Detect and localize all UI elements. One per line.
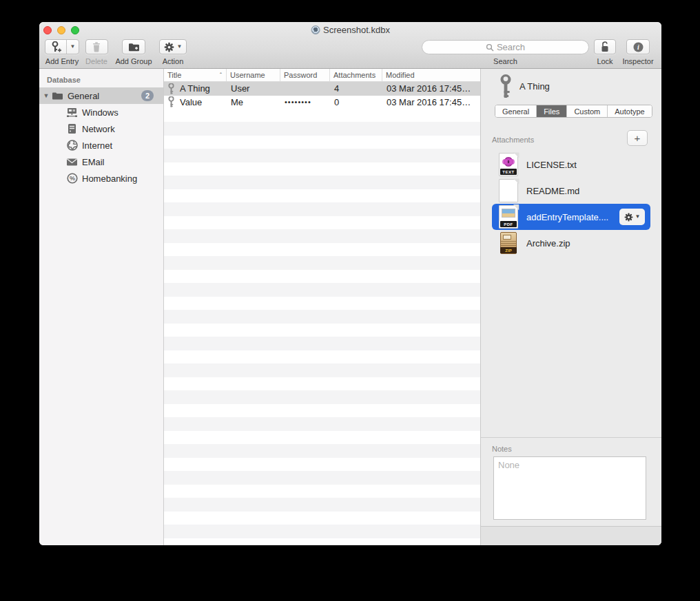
email-icon	[66, 156, 78, 168]
sidebar-item-label: General	[68, 91, 99, 101]
toolbar: Screenshot.kdbx ▼ Add Entry	[39, 22, 661, 69]
delete-group: Delete	[83, 39, 110, 65]
attachment-action-button[interactable]: ▼	[619, 209, 645, 225]
add-entry-dropdown[interactable]: ▼	[66, 40, 79, 54]
table-empty-area[interactable]	[164, 109, 480, 545]
generic-file-icon	[499, 179, 518, 202]
attachment-name: addEntryTemplate....	[526, 212, 608, 222]
pdf-file-icon: PDF	[499, 205, 518, 229]
sidebar-item-internet[interactable]: Internet	[39, 137, 163, 154]
sidebar-item-label: Windows	[82, 107, 119, 118]
add-entry-button[interactable]: ▼	[45, 39, 80, 54]
sidebar-item-network[interactable]: Network	[39, 120, 163, 137]
sidebar-section-header: Database	[47, 76, 163, 84]
lock-button[interactable]	[594, 39, 616, 54]
entry-count-badge: 2	[141, 90, 154, 101]
delete-button[interactable]	[85, 39, 108, 54]
column-header-attachments[interactable]: Attachments	[330, 69, 382, 81]
table-header: Title ˆ Username Password Attachments Mo…	[164, 69, 480, 82]
attachment-row[interactable]: TEXT LICENSE.txt	[481, 151, 661, 178]
tab-autotype[interactable]: Autotype	[608, 105, 651, 117]
attachment-list: TEXT LICENSE.txt README.md PDF addEntry	[481, 151, 661, 256]
sidebar-item-label: Network	[82, 124, 115, 134]
sidebar-item-label: Homebanking	[82, 173, 137, 184]
attachment-row-selected[interactable]: PDF addEntryTemplate....	[492, 204, 650, 230]
sidebar-item-general[interactable]: ▼ General 2	[39, 87, 163, 104]
attachments-label: Attachments	[492, 136, 534, 144]
homebanking-icon: %	[66, 173, 78, 184]
lock-label: Lock	[597, 57, 612, 65]
column-header-password[interactable]: Password	[280, 69, 330, 81]
column-header-modified[interactable]: Modified	[382, 69, 480, 81]
search-label: Search	[493, 57, 517, 65]
folder-icon	[52, 90, 63, 102]
tab-custom[interactable]: Custom	[567, 105, 608, 117]
window-title-block: Screenshot.kdbx	[311, 25, 390, 35]
trash-icon	[92, 41, 101, 52]
add-entry-label: Add Entry	[45, 57, 79, 65]
inspector-bottom-bar	[481, 526, 661, 545]
zoom-button[interactable]	[71, 26, 79, 34]
sidebar-item-email[interactable]: EMail	[39, 154, 163, 170]
add-group-button[interactable]	[122, 39, 145, 54]
gear-icon	[164, 42, 174, 52]
close-button[interactable]	[43, 26, 52, 34]
minimize-button[interactable]	[57, 26, 65, 34]
windows-icon	[66, 107, 78, 118]
notes-input[interactable]	[493, 456, 646, 520]
inspector-button[interactable]: i	[626, 39, 650, 54]
content: Database ▼ General 2 Windows	[39, 69, 661, 545]
attachment-name: Archive.zip	[526, 238, 570, 249]
disclosure-triangle-icon[interactable]: ▼	[41, 92, 52, 99]
search-input[interactable]: Search	[422, 40, 589, 54]
document-proxy-icon[interactable]	[311, 25, 320, 34]
search-placeholder: Search	[497, 42, 525, 52]
attachment-name: README.md	[526, 186, 579, 196]
info-circle-icon: i	[633, 42, 644, 52]
table-row[interactable]: Value Me •••••••• 0 03 Mar 2016 17:45…	[164, 96, 480, 109]
sidebar: Database ▼ General 2 Windows	[39, 69, 164, 545]
lock-group: Lock	[594, 39, 616, 65]
traffic-lights	[43, 26, 79, 34]
internet-icon	[66, 140, 78, 151]
add-attachment-button[interactable]: +	[627, 130, 648, 146]
text-file-icon: TEXT	[499, 153, 518, 176]
sidebar-item-label: EMail	[82, 157, 105, 167]
entry-title: A Thing	[519, 81, 550, 92]
delete-label: Delete	[85, 57, 107, 65]
open-padlock-icon	[600, 41, 610, 52]
table-row[interactable]: A Thing User 4 03 Mar 2016 17:45…	[164, 82, 480, 96]
attachment-row[interactable]: README.md	[481, 178, 661, 204]
attachment-row[interactable]: ZIP Archive.zip	[481, 230, 661, 256]
inspector-panel: A Thing General Files Custom Autotype At…	[480, 69, 661, 545]
attachment-name: LICENSE.txt	[526, 160, 577, 170]
network-icon	[66, 123, 78, 135]
search-group: Search Search	[422, 40, 589, 65]
zip-file-icon: ZIP	[499, 231, 518, 255]
gear-icon	[624, 213, 633, 222]
sidebar-item-homebanking[interactable]: % Homebanking	[39, 170, 163, 187]
column-header-username[interactable]: Username	[227, 69, 280, 81]
add-entry-group: ▼ Add Entry	[43, 39, 81, 65]
chevron-down-icon: ▼	[177, 44, 183, 50]
key-plus-icon[interactable]	[45, 40, 66, 54]
entry-table: Title ˆ Username Password Attachments Mo…	[164, 69, 480, 545]
key-icon	[168, 83, 174, 94]
column-header-title[interactable]: Title ˆ	[164, 69, 227, 81]
folder-plus-icon	[128, 42, 140, 52]
magnifier-icon	[486, 43, 494, 52]
add-group-group: Add Group	[113, 39, 154, 65]
svg-text:i: i	[637, 43, 639, 51]
key-icon	[498, 74, 513, 99]
tab-general[interactable]: General	[495, 105, 537, 117]
tab-files[interactable]: Files	[537, 105, 567, 117]
key-icon	[168, 96, 174, 107]
app-window: Screenshot.kdbx ▼ Add Entry	[39, 22, 661, 545]
add-group-label: Add Group	[115, 57, 152, 65]
svg-text:%: %	[69, 175, 74, 182]
action-group: ▼ Action	[158, 39, 188, 65]
action-label: Action	[163, 57, 184, 65]
inspector-group: i Inspector	[621, 39, 655, 65]
action-button[interactable]: ▼	[159, 39, 187, 54]
sidebar-item-windows[interactable]: Windows	[39, 104, 163, 120]
